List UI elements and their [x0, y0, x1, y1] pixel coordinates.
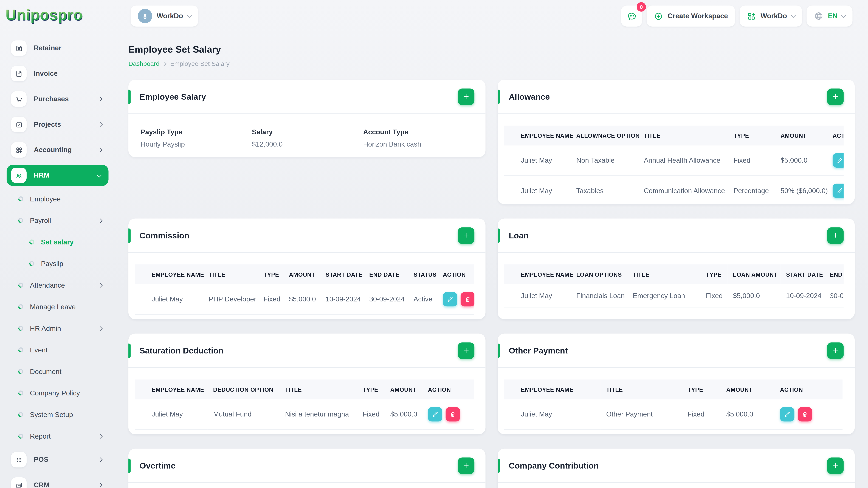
card-header: Saturation Deduction: [128, 333, 486, 368]
sidebar-item-payslip[interactable]: Payslip: [0, 253, 115, 274]
add-employee-salary-button[interactable]: [458, 88, 474, 105]
column-header: TYPE: [357, 380, 385, 399]
sidebar-item-hrm[interactable]: HRM: [7, 165, 108, 186]
notification-badge: 0: [637, 2, 646, 12]
card-header: Employee Salary: [128, 80, 486, 114]
allowance-table: EMPLOYEE NAME ALLOWNACE OPTION TITLE TYP…: [504, 126, 844, 204]
sidebar-item-set-salary[interactable]: Set salary: [0, 231, 115, 253]
table-header-row: EMPLOYEE NAME TITLE TYPE AMOUNT ACTION: [504, 380, 842, 399]
language-label: EN: [828, 12, 838, 20]
other-payment-table-container: EMPLOYEE NAME TITLE TYPE AMOUNT ACTION J…: [504, 380, 844, 430]
workdo-apps-menu[interactable]: WorkDo: [740, 5, 802, 27]
floppy-disk-icon: [11, 40, 27, 56]
sidebar-item-event[interactable]: Event: [0, 339, 115, 361]
chevron-right-icon: [163, 62, 167, 65]
cell-title: Other Payment: [601, 399, 682, 429]
sidebar-item-retainer[interactable]: Retainer: [0, 35, 115, 61]
add-other-payment-button[interactable]: [827, 342, 844, 359]
globe-icon: [814, 11, 824, 21]
cards-grid: Employee Salary Payslip Type Hourly Pays…: [128, 80, 854, 488]
breadcrumb-dashboard-link[interactable]: Dashboard: [128, 60, 160, 67]
apps-grid-icon: [747, 11, 756, 21]
create-workspace-button[interactable]: Create Workspace: [647, 5, 735, 27]
sidebar-item-accounting[interactable]: Accounting: [0, 137, 115, 163]
cell-employee-name: Juliet May: [135, 399, 208, 429]
sidebar-item-attendance[interactable]: Attendance: [0, 274, 115, 296]
pencil-icon: [784, 411, 790, 418]
sidebar-item-report[interactable]: Report: [0, 425, 115, 447]
cell-title: Emergency Loan: [627, 284, 701, 308]
delete-button[interactable]: [446, 407, 460, 421]
column-header: START DATE: [320, 264, 364, 285]
bullet-icon: [28, 260, 35, 267]
field-payslip-type: Payslip Type Hourly Payslip: [141, 128, 252, 148]
sidebar-item-projects[interactable]: Projects: [0, 112, 115, 137]
accent-bar: [128, 228, 131, 242]
sidebar-item-label: Purchases: [34, 95, 99, 103]
delete-button[interactable]: [798, 407, 812, 421]
language-selector[interactable]: EN: [806, 5, 852, 27]
add-commission-button[interactable]: [458, 227, 474, 244]
column-header: EMPLOYEE NAME: [504, 126, 571, 145]
edit-button[interactable]: [833, 153, 844, 168]
column-header: END DATE: [824, 264, 843, 285]
check-square-icon: [11, 117, 27, 132]
sidebar-item-company-policy[interactable]: Company Policy: [0, 382, 115, 404]
accent-bar: [498, 89, 500, 104]
add-overtime-button[interactable]: [458, 457, 474, 474]
chevron-right-icon: [98, 122, 102, 127]
workspace-name: WorkDo: [157, 12, 183, 20]
sidebar-item-purchases[interactable]: Purchases: [0, 86, 115, 112]
sidebar-item-label: Payroll: [30, 217, 99, 224]
cell-type: Fixed: [728, 145, 775, 175]
sidebar-item-document[interactable]: Document: [0, 361, 115, 382]
add-saturation-deduction-button[interactable]: [458, 342, 474, 359]
column-header: AMOUNT: [721, 380, 774, 399]
bullet-icon: [17, 195, 24, 202]
cell-type: Fixed: [682, 399, 721, 429]
add-company-contribution-button[interactable]: [827, 457, 844, 474]
field-label: Salary: [252, 128, 363, 136]
column-header: AMOUNT: [775, 126, 827, 145]
workspace-switcher[interactable]: WorkDo: [131, 5, 198, 27]
brand-logo[interactable]: Unipospro: [5, 7, 83, 24]
edit-button[interactable]: [780, 407, 794, 421]
sidebar-item-employee[interactable]: Employee: [0, 188, 115, 210]
table-header-row: EMPLOYEE NAME DEDUCTION OPTION TITLE TYP…: [135, 380, 474, 399]
sidebar-item-payroll[interactable]: Payroll: [0, 209, 115, 231]
loan-table-container: EMPLOYEE NAME LOAN OPTIONS TITLE TYPE LO…: [504, 264, 844, 308]
add-allowance-button[interactable]: [827, 88, 844, 105]
sidebar-item-manage-leave[interactable]: Manage Leave: [0, 296, 115, 318]
column-header: EMPLOYEE NAME: [504, 264, 571, 285]
trash-icon: [464, 296, 471, 303]
chevron-down-icon: [97, 173, 101, 178]
bullet-icon: [17, 217, 24, 224]
sidebar-item-system-setup[interactable]: System Setup: [0, 404, 115, 425]
edit-button[interactable]: [428, 407, 442, 421]
card-title: Saturation Deduction: [140, 346, 223, 355]
messenger-button[interactable]: 0: [621, 5, 642, 27]
cell-amount: 50% ($6,000.0): [775, 175, 827, 204]
column-header: ACTION: [827, 126, 844, 145]
card-header: Allowance: [498, 80, 855, 114]
sidebar-item-pos[interactable]: POS: [0, 447, 115, 473]
sidebar-item-invoice[interactable]: Invoice: [0, 61, 115, 86]
allowance-table-container: EMPLOYEE NAME ALLOWNACE OPTION TITLE TYP…: [504, 126, 844, 204]
delete-button[interactable]: [461, 292, 474, 306]
edit-button[interactable]: [443, 292, 457, 306]
table-header-row: EMPLOYEE NAME TITLE TYPE AMOUNT START DA…: [135, 264, 474, 285]
loan-card: Loan EMPLOYEE NAME LOAN OPTIONS TITLE TY…: [498, 219, 855, 319]
card-title: Employee Salary: [140, 92, 206, 101]
trash-icon: [802, 411, 808, 418]
sidebar-item-label: Projects: [34, 121, 99, 128]
sidebar-item-crm[interactable]: CRM: [0, 473, 115, 488]
allowance-card: Allowance EMPLOYEE NAME ALLOWNACE OPTION…: [498, 80, 855, 204]
edit-button[interactable]: [833, 184, 844, 198]
commission-card: Commission EMPLOYEE NAME TITLE TYPE AMOU…: [128, 219, 486, 319]
sidebar-item-label: System Setup: [30, 411, 102, 418]
add-loan-button[interactable]: [827, 227, 844, 244]
sidebar-item-label: Report: [30, 432, 99, 440]
column-header: TYPE: [700, 264, 727, 285]
cell-allowance-option: Taxables: [571, 175, 638, 204]
sidebar-item-hr-admin[interactable]: HR Admin: [0, 318, 115, 339]
